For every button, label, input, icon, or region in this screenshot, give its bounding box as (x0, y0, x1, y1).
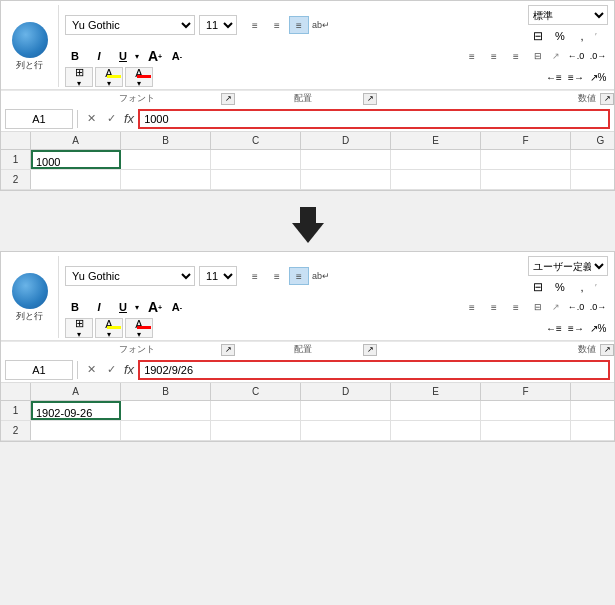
cell-f2-2[interactable] (481, 421, 571, 440)
col-header-g-1[interactable]: G (571, 132, 614, 149)
bold-btn-2[interactable]: B (65, 298, 85, 316)
col-header-b-2[interactable]: B (121, 383, 211, 400)
circle-button-1[interactable] (12, 22, 48, 58)
percent-btn-1[interactable]: % (550, 27, 570, 45)
currency-btn-2[interactable]: ⊟ (528, 278, 548, 296)
orient-btn-1[interactable]: ↗% (588, 68, 608, 86)
wrap-text-btn-2[interactable]: ab↵ (311, 267, 331, 285)
circle-button-2[interactable] (12, 273, 48, 309)
cell-f1-2[interactable] (481, 401, 571, 420)
orient-btn-2[interactable]: ↗% (588, 319, 608, 337)
font-color-btn-2[interactable]: A ▾ (125, 318, 153, 338)
underline-dropdown-1[interactable]: ▾ (133, 47, 141, 65)
formula-input-1[interactable] (138, 109, 610, 129)
haiichi-expand-btn-1[interactable]: ↗ (363, 93, 377, 105)
cell-g1-1[interactable] (571, 150, 614, 169)
font-selector-2[interactable]: Yu Gothic (65, 266, 195, 286)
cell-format-btn-2[interactable]: ⊟ (528, 298, 548, 316)
align-right-btn-1[interactable]: ≡ (506, 47, 526, 65)
cell-ref-2[interactable] (5, 360, 73, 380)
cell-a2-1[interactable] (31, 170, 121, 189)
cell-b2-1[interactable] (121, 170, 211, 189)
align-top-btn[interactable]: ≡ (245, 16, 265, 34)
cell-c1-1[interactable] (211, 150, 301, 169)
align-middle-btn[interactable]: ≡ (267, 16, 287, 34)
comma-btn-2[interactable]: , (572, 278, 592, 296)
align-top-btn-2[interactable]: ≡ (245, 267, 265, 285)
format-selector-2[interactable]: ユーザー定義 (528, 256, 608, 276)
cell-g2-1[interactable] (571, 170, 614, 189)
font-color-btn-1[interactable]: A ▾ (125, 67, 153, 87)
formula-close-icon[interactable]: ✕ (82, 110, 100, 128)
size-selector-2[interactable]: 11 (199, 266, 237, 286)
font-expand-btn-2[interactable]: ↗ (221, 344, 235, 356)
align-left-btn-1[interactable]: ≡ (462, 47, 482, 65)
underline-dropdown-2[interactable]: ▾ (133, 298, 141, 316)
bold-btn-1[interactable]: B (65, 47, 85, 65)
suuji-expand-btn-2[interactable]: ↗ (600, 344, 614, 356)
indent-decrease-btn-2[interactable]: ←≡ (544, 319, 564, 337)
cell-b2-2[interactable] (121, 421, 211, 440)
align-left-btn-2[interactable]: ≡ (462, 298, 482, 316)
col-header-d-1[interactable]: D (301, 132, 391, 149)
wrap-text-btn[interactable]: ab↵ (311, 16, 331, 34)
haiichi-expand-btn-2[interactable]: ↗ (363, 344, 377, 356)
col-header-c-1[interactable]: C (211, 132, 301, 149)
cell-b1-2[interactable] (121, 401, 211, 420)
cell-e2-2[interactable] (391, 421, 481, 440)
italic-btn-2[interactable]: I (89, 298, 109, 316)
col-header-a-1[interactable]: A (31, 132, 121, 149)
col-header-b-1[interactable]: B (121, 132, 211, 149)
cell-f2-1[interactable] (481, 170, 571, 189)
suuji-expand-btn-1[interactable]: ↗ (600, 93, 614, 105)
size-selector-1[interactable]: 11 (199, 15, 237, 35)
cell-f1-1[interactable] (481, 150, 571, 169)
cell-d2-2[interactable] (301, 421, 391, 440)
cell-b1-1[interactable] (121, 150, 211, 169)
cell-e1-1[interactable] (391, 150, 481, 169)
cell-ref-1[interactable] (5, 109, 73, 129)
cell-c1-2[interactable] (211, 401, 301, 420)
cell-format-btn-1[interactable]: ⊟ (528, 47, 548, 65)
font-decrease-btn-1[interactable]: A- (167, 47, 187, 65)
align-right-btn-2[interactable]: ≡ (506, 298, 526, 316)
indent-increase-btn-1[interactable]: ≡→ (566, 68, 586, 86)
formula-input-2[interactable] (138, 360, 610, 380)
cell-a2-2[interactable] (31, 421, 121, 440)
align-center-btn-1[interactable]: ≡ (484, 47, 504, 65)
cell-d1-2[interactable] (301, 401, 391, 420)
col-header-e-2[interactable]: E (391, 383, 481, 400)
cell-d2-1[interactable] (301, 170, 391, 189)
font-increase-btn-2[interactable]: A+ (145, 298, 165, 316)
font-decrease-btn-2[interactable]: A- (167, 298, 187, 316)
border-btn-1[interactable]: ⊞ ▾ (65, 67, 93, 87)
cell-e1-2[interactable] (391, 401, 481, 420)
dec-dec-btn-2[interactable]: .0→ (588, 298, 608, 316)
dec-inc-btn-1[interactable]: ←.0 (566, 47, 586, 65)
font-increase-btn-1[interactable]: A+ (145, 47, 165, 65)
fill-color-btn-2[interactable]: A ▾ (95, 318, 123, 338)
font-selector-1[interactable]: Yu Gothic (65, 15, 195, 35)
col-header-f-1[interactable]: F (481, 132, 571, 149)
comma-btn-1[interactable]: , (572, 27, 592, 45)
underline-btn-2[interactable]: U (113, 298, 133, 316)
italic-btn-1[interactable]: I (89, 47, 109, 65)
fill-color-btn-1[interactable]: A ▾ (95, 67, 123, 87)
col-header-d-2[interactable]: D (301, 383, 391, 400)
cell-a1-2[interactable]: 1902-09-26 (31, 401, 121, 420)
underline-btn-1[interactable]: U (113, 47, 133, 65)
dec-inc-btn-2[interactable]: ←.0 (566, 298, 586, 316)
cell-c2-2[interactable] (211, 421, 301, 440)
cell-d1-1[interactable] (301, 150, 391, 169)
font-expand-btn-1[interactable]: ↗ (221, 93, 235, 105)
percent-btn-2[interactable]: % (550, 278, 570, 296)
currency-btn-1[interactable]: ⊟ (528, 27, 548, 45)
col-header-c-2[interactable]: C (211, 383, 301, 400)
cell-c2-1[interactable] (211, 170, 301, 189)
align-bottom-btn[interactable]: ≡ (289, 16, 309, 34)
formula-check-icon[interactable]: ✓ (102, 110, 120, 128)
align-center-btn-2[interactable]: ≡ (484, 298, 504, 316)
align-bottom-btn-2[interactable]: ≡ (289, 267, 309, 285)
border-btn-2[interactable]: ⊞ ▾ (65, 318, 93, 338)
formula-close-icon-2[interactable]: ✕ (82, 361, 100, 379)
